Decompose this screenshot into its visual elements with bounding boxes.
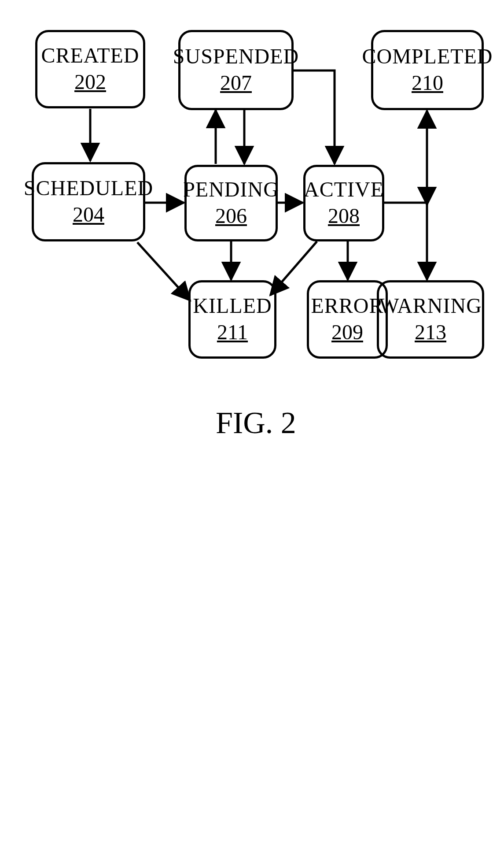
state-label: WARNING [379, 295, 482, 317]
state-number: 206 [215, 204, 247, 228]
diagram-canvas: CREATED 202 SCHEDULED 204 SUSPENDED 207 … [0, 0, 504, 868]
state-warning: WARNING 213 [377, 280, 484, 359]
state-number: 211 [217, 320, 248, 344]
state-label: SUSPENDED [173, 45, 299, 67]
figure-caption: FIG. 2 [216, 405, 296, 441]
state-number: 213 [415, 320, 446, 344]
state-number: 207 [220, 70, 252, 95]
state-completed: COMPLETED 210 [371, 30, 484, 110]
state-label: SCHEDULED [24, 177, 153, 199]
state-label: ERROR [311, 295, 383, 317]
state-label: CREATED [41, 45, 140, 67]
state-suspended: SUSPENDED 207 [178, 30, 294, 110]
edge-suspended-active [294, 70, 335, 164]
edge-scheduled-killed [137, 242, 190, 300]
state-number: 202 [74, 70, 106, 94]
state-number: 208 [328, 204, 360, 228]
state-number: 209 [331, 320, 363, 344]
state-number: 204 [73, 202, 104, 226]
state-killed: KILLED 211 [188, 280, 276, 359]
state-pending: PENDING 206 [184, 165, 278, 241]
state-label: KILLED [193, 295, 272, 317]
state-label: ACTIVE [304, 178, 384, 200]
state-label: COMPLETED [362, 45, 493, 67]
state-error: ERROR 209 [307, 280, 388, 359]
state-active: ACTIVE 208 [303, 165, 384, 241]
state-label: PENDING [183, 178, 279, 200]
state-number: 210 [412, 70, 443, 95]
state-created: CREATED 202 [35, 30, 145, 108]
state-scheduled: SCHEDULED 204 [32, 162, 145, 241]
